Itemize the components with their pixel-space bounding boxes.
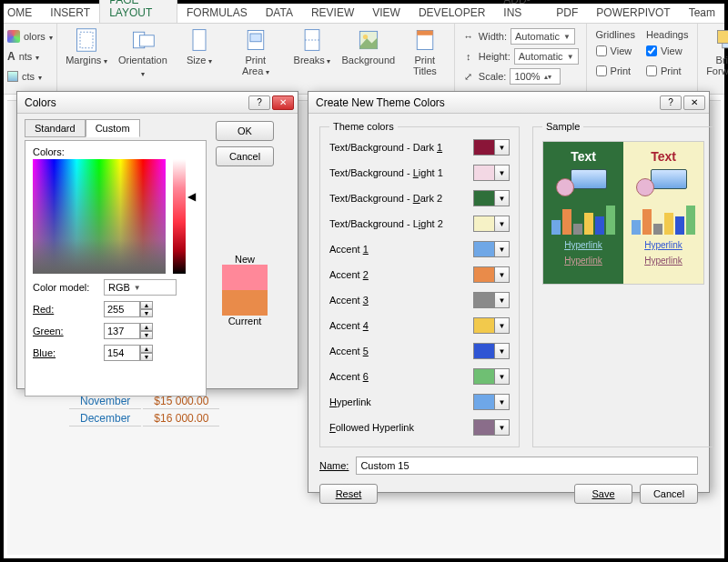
ribbon-tab-ome[interactable]: OME: [7, 4, 41, 23]
ribbon-tab-data[interactable]: DATA: [257, 4, 302, 23]
theme-color-picker[interactable]: ▼: [473, 317, 510, 334]
orientation-button[interactable]: Orientation: [117, 25, 168, 94]
svg-rect-6: [250, 34, 261, 42]
svg-rect-3: [139, 35, 154, 46]
blue-spin[interactable]: ▲▼: [104, 345, 153, 361]
close-button[interactable]: ✕: [272, 95, 294, 110]
print-area-button[interactable]: Print Area: [230, 25, 281, 94]
size-button[interactable]: Size: [174, 25, 225, 94]
orientation-icon: [130, 27, 156, 53]
theme-color-label: Accent 5: [329, 346, 466, 356]
save-button[interactable]: Save: [574, 484, 632, 504]
sample-bar: [606, 206, 615, 235]
bring-forward-icon: [714, 27, 728, 53]
theme-color-row: Text/Background - Light 1 ▼: [329, 163, 510, 183]
blue-label: Blue:: [33, 347, 98, 358]
width-icon: ↔: [462, 31, 475, 42]
theme-color-row: Accent 6 ▼: [329, 366, 510, 386]
theme-color-picker[interactable]: ▼: [473, 266, 510, 283]
gridlines-print-checkbox[interactable]: Print: [596, 62, 632, 80]
ribbon-tab-team[interactable]: Team: [680, 4, 724, 23]
theme-color-picker[interactable]: ▼: [473, 394, 510, 410]
theme-color-picker[interactable]: ▼: [473, 216, 510, 232]
theme-color-picker[interactable]: ▼: [473, 241, 510, 257]
name-input[interactable]: [356, 457, 698, 475]
color-model-label: Color model:: [33, 282, 98, 293]
ribbon-tab-developer[interactable]: DEVELOPER: [410, 4, 494, 23]
theme-color-picker[interactable]: ▼: [473, 419, 510, 436]
scale-spin[interactable]: 100%▴▾: [510, 68, 561, 85]
sample-bar: [562, 209, 571, 235]
reset-button[interactable]: Reset: [319, 484, 378, 504]
red-spin[interactable]: ▲▼: [104, 301, 153, 317]
current-label: Current: [222, 316, 268, 326]
sample-bar: [632, 220, 641, 235]
theme-cancel-button[interactable]: Cancel: [640, 484, 698, 504]
green-spin[interactable]: ▲▼: [104, 323, 153, 339]
ribbon-tab-add-ins[interactable]: ADD-INS: [494, 0, 547, 23]
luminance-bar[interactable]: [173, 159, 186, 274]
sample-hyperlink-light: Hyperlink: [644, 240, 682, 250]
headings-print-checkbox[interactable]: Print: [646, 62, 682, 80]
margins-icon: [74, 27, 99, 53]
ribbon-tab-review[interactable]: REVIEW: [302, 4, 363, 23]
custom-tab[interactable]: Custom: [86, 119, 140, 137]
colors-label[interactable]: olors: [24, 31, 46, 42]
luminance-marker[interactable]: ◀: [187, 190, 196, 306]
height-combo[interactable]: Automatic▼: [514, 48, 579, 65]
ribbon-tab-powerpivot[interactable]: POWERPIVOT: [587, 4, 679, 23]
height-label: Height:: [479, 51, 511, 62]
theme-color-label: Text/Background - Light 2: [329, 218, 466, 229]
ribbon-tab-page-layout[interactable]: PAGE LAYOUT: [99, 0, 177, 23]
arrange-group: Bring Forward Send Backward Selection Pa…: [698, 24, 728, 94]
print-area-icon: [243, 27, 268, 53]
sample-preview: Text Hyperlink Hyperlink Text Hyperlink …: [542, 141, 704, 285]
theme-color-picker[interactable]: ▼: [473, 343, 510, 359]
print-titles-button[interactable]: Print Titles: [399, 25, 450, 94]
svg-rect-14: [718, 31, 728, 44]
width-combo[interactable]: Automatic▼: [511, 28, 575, 45]
theme-color-picker[interactable]: ▼: [473, 139, 510, 156]
theme-color-label: Text/Background - Light 1: [329, 167, 466, 178]
colors-dialog-title: Colors: [25, 96, 56, 109]
bring-forward-button[interactable]: Bring Forward: [702, 25, 728, 94]
sample-text-light: Text: [651, 149, 676, 164]
theme-color-picker[interactable]: ▼: [473, 190, 510, 206]
color-model-combo[interactable]: RGB▼: [104, 279, 177, 296]
page-setup-group: Margins Orientation Size Print Area Brea…: [57, 24, 455, 94]
gridlines-view-checkbox[interactable]: View: [596, 42, 632, 60]
sample-followed-dark: Hyperlink: [564, 256, 602, 266]
ok-button[interactable]: OK: [216, 121, 274, 141]
theme-color-picker[interactable]: ▼: [473, 165, 510, 181]
standard-tab[interactable]: Standard: [25, 119, 86, 137]
effects-label[interactable]: cts: [22, 71, 35, 82]
theme-color-row: Accent 1 ▼: [329, 239, 510, 259]
theme-color-label: Accent 2: [329, 269, 466, 280]
theme-color-picker[interactable]: ▼: [473, 368, 510, 385]
ribbon-tab-insert[interactable]: INSERT: [41, 4, 99, 23]
breaks-button[interactable]: Breaks: [287, 25, 338, 94]
sample-bar: [595, 216, 604, 235]
theme-color-picker[interactable]: ▼: [473, 292, 510, 308]
theme-color-row: Accent 2 ▼: [329, 265, 510, 285]
theme-colors-dialog: Create New Theme Colors ? ✕ Theme colors…: [308, 91, 710, 493]
cancel-button[interactable]: Cancel: [216, 146, 274, 166]
color-gradient-picker[interactable]: [33, 159, 166, 274]
ribbon-tab-pdf[interactable]: PDF: [547, 4, 587, 23]
gridlines-title: Gridlines: [596, 29, 635, 40]
ribbon-tab-formulas[interactable]: FORMULAS: [177, 4, 257, 23]
help-button[interactable]: ?: [660, 95, 682, 110]
ribbon-tab-view[interactable]: VIEW: [363, 4, 410, 23]
headings-view-checkbox[interactable]: View: [646, 42, 682, 60]
theme-color-label: Hyperlink: [329, 396, 466, 407]
help-button[interactable]: ?: [248, 95, 270, 110]
sample-text-dark: Text: [571, 149, 596, 164]
fonts-label[interactable]: nts: [19, 51, 33, 62]
cell-month[interactable]: December: [69, 411, 141, 427]
cell-value[interactable]: $16 000.00: [143, 411, 219, 427]
colors-dialog: Colors ? ✕ Standard Custom Colors:: [16, 91, 298, 389]
background-button[interactable]: Background: [343, 25, 394, 94]
margins-button[interactable]: Margins: [61, 25, 112, 94]
close-button[interactable]: ✕: [683, 95, 705, 110]
theme-color-label: Accent 3: [329, 295, 466, 306]
